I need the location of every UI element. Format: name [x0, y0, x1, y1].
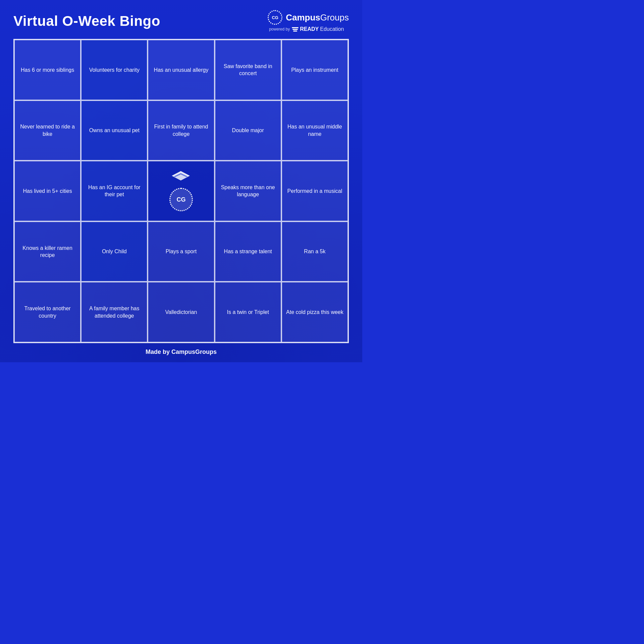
- page-title: Virtual O-Week Bingo: [13, 13, 160, 29]
- ready-text: READY: [300, 26, 319, 32]
- footer-text: Made by CampusGroups: [146, 348, 217, 355]
- bingo-grid: Has 6 or more siblingsVolunteers for cha…: [13, 39, 349, 343]
- bingo-cell-r0c0[interactable]: Has 6 or more siblings: [14, 40, 81, 100]
- bingo-cell-r2c3[interactable]: Speaks more than one language: [215, 161, 281, 221]
- cg-initials: CG: [272, 15, 278, 20]
- education-text: Education: [320, 26, 344, 32]
- logo-bottom: powered by READY Education: [269, 26, 344, 32]
- bingo-cell-r4c1[interactable]: A family member has attended college: [81, 282, 148, 342]
- bingo-cell-r2c4[interactable]: Performed in a musical: [281, 161, 348, 221]
- center-logo: CG: [169, 170, 193, 211]
- bingo-cell-r3c2[interactable]: Plays a sport: [148, 221, 214, 282]
- bingo-cell-r0c4[interactable]: Plays an instrument: [281, 40, 348, 100]
- ready-icon: READY Education: [292, 26, 344, 32]
- stack-line-3: [293, 31, 297, 32]
- bingo-cell-r0c1[interactable]: Volunteers for charity: [81, 40, 148, 100]
- bingo-cell-r1c2[interactable]: First in family to attend college: [148, 100, 214, 161]
- header: Virtual O-Week Bingo CG CampusGroups pow…: [13, 10, 349, 32]
- campus-groups-wordmark: CampusGroups: [286, 13, 349, 22]
- bingo-cell-r3c4[interactable]: Ran a 5k: [281, 221, 348, 282]
- powered-by-text: powered by: [269, 27, 290, 32]
- bingo-cell-r4c4[interactable]: Ate cold pizza this week: [281, 282, 348, 342]
- bingo-cell-r1c1[interactable]: Owns an unusual pet: [81, 100, 148, 161]
- footer: Made by CampusGroups: [146, 348, 217, 356]
- bingo-cell-r1c4[interactable]: Has an unusual middle name: [281, 100, 348, 161]
- bingo-cell-r2c2[interactable]: CG: [148, 161, 214, 221]
- cg-logo-circle: CG: [268, 10, 282, 25]
- campus-text: Campus: [286, 12, 320, 22]
- campus-groups-text: CampusGroups: [286, 12, 349, 22]
- books-icon: [172, 170, 190, 184]
- stack-line-1: [292, 27, 299, 28]
- bingo-cell-r3c0[interactable]: Knows a killer ramen recipe: [14, 221, 81, 282]
- center-cg-circle: CG: [169, 188, 193, 211]
- center-cg-text: CG: [176, 196, 185, 204]
- bingo-cell-r3c3[interactable]: Has a strange talent: [215, 221, 281, 282]
- logo-area: CG CampusGroups powered by READY: [268, 10, 349, 32]
- bingo-cell-r4c3[interactable]: Is a twin or Triplet: [215, 282, 281, 342]
- bingo-cell-r4c0[interactable]: Traveled to another country: [14, 282, 81, 342]
- main-content: Virtual O-Week Bingo CG CampusGroups pow…: [0, 0, 362, 362]
- bingo-cell-r2c0[interactable]: Has lived in 5+ cities: [14, 161, 81, 221]
- bingo-cell-r2c1[interactable]: Has an IG account for their pet: [81, 161, 148, 221]
- stack-icon: [292, 27, 299, 32]
- bingo-cell-r0c2[interactable]: Has an unusual allergy: [148, 40, 214, 100]
- bingo-cell-r0c3[interactable]: Saw favorite band in concert: [215, 40, 281, 100]
- stack-line-2: [292, 29, 298, 30]
- bingo-cell-r1c0[interactable]: Never learned to ride a bike: [14, 100, 81, 161]
- groups-text: Groups: [320, 12, 349, 22]
- bingo-cell-r1c3[interactable]: Double major: [215, 100, 281, 161]
- bingo-cell-r3c1[interactable]: Only Child: [81, 221, 148, 282]
- bingo-cell-r4c2[interactable]: Valledictorian: [148, 282, 214, 342]
- logo-top: CG CampusGroups: [268, 10, 349, 25]
